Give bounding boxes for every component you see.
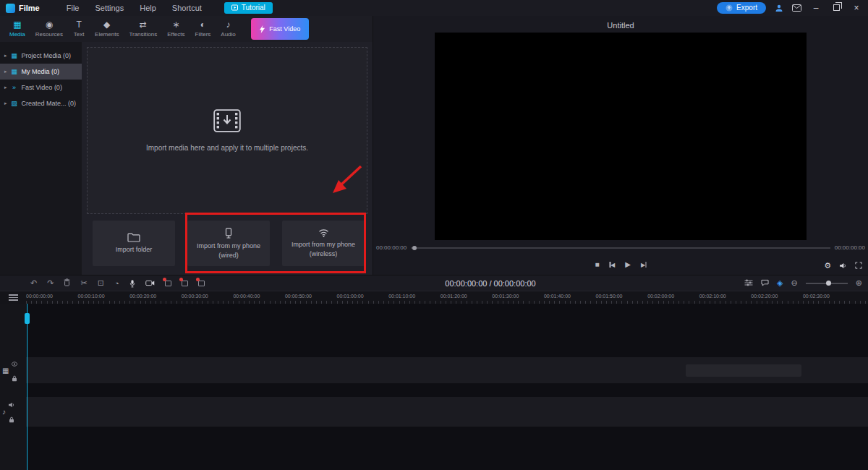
marker-tool-2[interactable] (182, 281, 188, 286)
sidebar-item-label: Fast Video (0) (22, 84, 62, 91)
scrubber-handle[interactable] (412, 246, 417, 250)
preview-panel: Untitled 00:00:00:00 00:00:00:00 ■ ◀ ▶ ▶… (373, 16, 868, 275)
delete-button[interactable] (64, 278, 70, 288)
restore-button[interactable] (830, 4, 842, 12)
import-media-icon (213, 109, 241, 132)
video-track-header: ▦ (0, 357, 26, 383)
zoom-in-button[interactable]: ⊕ (856, 278, 862, 288)
fast-video-button[interactable]: Fast Video (251, 18, 309, 40)
stop-button[interactable]: ■ (595, 260, 599, 268)
split-scissors-button[interactable]: ✂ (80, 278, 87, 288)
tab-transitions[interactable]: ⇄ Transitions (124, 20, 162, 38)
text-icon: T (76, 20, 81, 30)
import-dropzone[interactable]: Import media here and apply it to multip… (87, 47, 367, 214)
media-icon: ▦ (13, 20, 21, 30)
mail-icon[interactable] (792, 4, 801, 12)
close-button[interactable]: × (851, 4, 862, 12)
track-lock-icon[interactable] (9, 413, 14, 426)
tab-elements[interactable]: ◆ Elements (90, 20, 124, 38)
library-body: ▸ ▦ Project Media (0) ▸ ▦ My Media (0) ▸… (0, 42, 373, 275)
fast-video-icon (259, 25, 265, 33)
filme-logo-icon (6, 4, 15, 13)
marker-tool-3[interactable] (198, 281, 205, 286)
track-mute-speaker-icon[interactable] (8, 398, 15, 411)
chevron-right-icon: ▸ (4, 53, 7, 59)
track-mixer-icon[interactable] (744, 279, 753, 288)
zoom-slider-knob[interactable] (826, 281, 831, 286)
menu-file[interactable]: File (59, 4, 88, 12)
import-phone-wired-button[interactable]: Import from my phone (wired) (187, 221, 270, 266)
export-label: Export (736, 4, 757, 12)
track-lock-icon[interactable] (12, 372, 17, 385)
menu-shortcut[interactable]: Shortcut (164, 4, 210, 12)
crop-button[interactable]: ⊡ (98, 278, 104, 288)
import-wired-label: Import from my phone (197, 242, 260, 250)
chevron-right-icon: ▸ (4, 85, 7, 90)
tab-audio[interactable]: ♪ Audio (216, 20, 240, 38)
previous-frame-button[interactable]: ◀ (610, 260, 616, 268)
tutorial-button[interactable]: Tutorial (224, 2, 273, 14)
ribbon-tabs: ▦ Media ◉ Resources T Text ◆ Elements ⇄ … (0, 16, 373, 42)
preview-controls: ■ ◀ ▶ ▶ ⚙ (373, 260, 868, 273)
zoom-out-button[interactable]: ⊖ (791, 278, 798, 288)
import-phone-wireless-button[interactable]: Import from my phone (wireless) (282, 221, 365, 266)
track-options-button[interactable] (0, 291, 26, 304)
tab-effects[interactable]: ∗ Effects (162, 20, 190, 38)
sidebar-item-project-media[interactable]: ▸ ▦ Project Media (0) (0, 48, 82, 64)
fast-video-label: Fast Video (269, 25, 300, 33)
media-panel: Import media here and apply it to multip… (82, 42, 373, 275)
sidebar-item-fast-video[interactable]: ▸ » Fast Video (0) (0, 80, 82, 95)
snap-keyframe-icon[interactable]: ◈ (777, 278, 783, 288)
audio-track-icon: ♪ (2, 408, 6, 416)
import-wired-sublabel: (wired) (218, 252, 239, 260)
chevron-right-icon: ▸ (4, 101, 7, 106)
record-webcam-camera-icon[interactable] (145, 280, 155, 286)
account-icon[interactable] (775, 4, 783, 12)
export-button[interactable]: Export (717, 2, 766, 14)
import-wireless-label: Import from my phone (292, 241, 355, 249)
preview-scrubber[interactable] (411, 247, 830, 249)
media-library-panel: ▦ Media ◉ Resources T Text ◆ Elements ⇄ … (0, 16, 373, 275)
redo-button[interactable]: ↷ (47, 278, 54, 288)
audio-track[interactable] (26, 397, 868, 427)
main-area: ▦ Media ◉ Resources T Text ◆ Elements ⇄ … (0, 16, 868, 275)
tutorial-label: Tutorial (242, 4, 265, 12)
speed-button[interactable]: ◔ (114, 279, 119, 288)
sidebar-item-my-media[interactable]: ▸ ▦ My Media (0) (0, 64, 82, 80)
marker-tool-1[interactable] (165, 281, 171, 286)
next-frame-button[interactable]: ▶ (641, 260, 647, 268)
project-media-icon: ▦ (11, 52, 18, 59)
import-folder-label: Import folder (116, 246, 153, 254)
tab-filters[interactable]: ◐ Filters (190, 20, 216, 38)
play-button[interactable]: ▶ (625, 260, 631, 268)
track-visibility-eye-icon[interactable] (11, 356, 18, 369)
playhead[interactable] (27, 304, 27, 470)
video-track[interactable] (26, 357, 868, 383)
volume-icon[interactable] (839, 262, 847, 270)
tab-text[interactable]: T Text (68, 20, 90, 38)
fullscreen-icon[interactable] (855, 262, 862, 270)
transitions-icon: ⇄ (140, 20, 147, 30)
menu-settings[interactable]: Settings (87, 4, 132, 12)
minimize-button[interactable]: – (810, 4, 822, 12)
chevron-right-icon: ▸ (4, 69, 7, 74)
restore-icon (833, 4, 840, 11)
preview-scrubber-row: 00:00:00:00 00:00:00:00 (373, 244, 868, 251)
sidebar-item-created-materials[interactable]: ▸ ▨ Created Mate... (0) (0, 95, 82, 111)
timeline-zoom-slider[interactable] (806, 283, 848, 284)
library-sidebar: ▸ ▦ Project Media (0) ▸ ▦ My Media (0) ▸… (0, 42, 82, 275)
titlebar-right: Export – × (717, 2, 862, 14)
menu-help[interactable]: Help (132, 4, 164, 12)
import-folder-button[interactable]: Import folder (93, 221, 175, 266)
record-voiceover-mic-icon[interactable] (129, 279, 135, 288)
ruler-scale[interactable]: 00:00:00:0000:00:10:0000:00:20:0000:00:3… (26, 291, 868, 304)
sidebar-item-label: Project Media (0) (22, 52, 72, 59)
export-icon (726, 4, 733, 12)
tab-media[interactable]: ▦ Media (4, 20, 30, 38)
comment-flag-icon[interactable] (761, 279, 769, 288)
playhead-handle[interactable] (25, 313, 30, 324)
undo-button[interactable]: ↶ (30, 278, 37, 288)
tab-resources[interactable]: ◉ Resources (30, 20, 68, 38)
project-title: Untitled (373, 16, 868, 30)
preview-settings-gear-icon[interactable]: ⚙ (824, 261, 831, 270)
